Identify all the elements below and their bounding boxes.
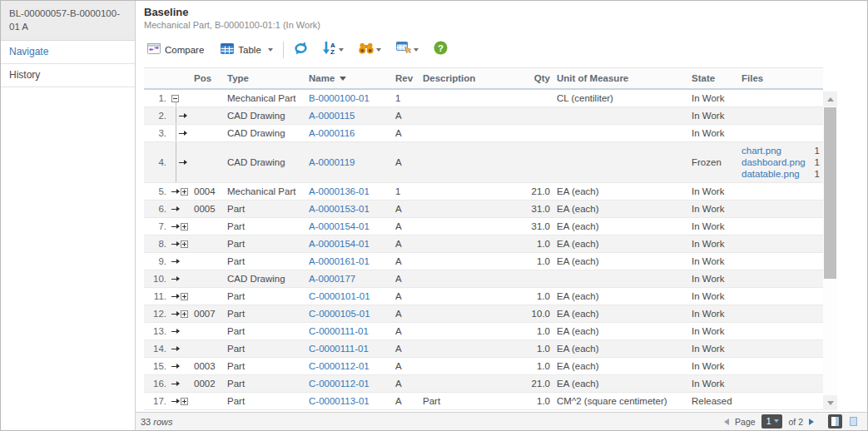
qty-cell	[528, 270, 552, 287]
table-row: 11. Part C-0000101-01 A 1.0 EA (each) In…	[144, 288, 823, 305]
pos-cell	[191, 288, 224, 305]
pos-cell: 0007	[191, 305, 224, 322]
scrollbar-thumb[interactable]	[824, 107, 836, 279]
next-page-icon[interactable]	[809, 419, 814, 425]
find-button[interactable]	[355, 40, 385, 60]
table-menu-label: Table	[238, 45, 261, 55]
full-list-view-toggle[interactable]	[846, 414, 861, 429]
compare-button[interactable]: Compare	[142, 41, 209, 58]
column-header-pos[interactable]: Pos	[191, 73, 224, 83]
name-link[interactable]: A-0000154-01	[309, 221, 370, 231]
table-display-button[interactable]	[392, 39, 423, 61]
table-menu-button[interactable]: Table	[216, 41, 278, 58]
qty-cell: 1.0	[528, 393, 552, 409]
sort-button[interactable]: A Z	[318, 38, 348, 61]
name-link[interactable]: C-0000101-01	[309, 291, 370, 301]
files-cell	[738, 218, 823, 235]
file-link[interactable]: chart.png	[742, 145, 781, 156]
type-cell: CAD Drawing	[224, 125, 305, 141]
sidebar-item-navigate[interactable]: Navigate	[1, 41, 135, 64]
refresh-button[interactable]	[289, 39, 313, 61]
description-cell	[419, 90, 528, 107]
name-cell: A-0000115	[305, 107, 392, 124]
qty-cell: 1.0	[528, 323, 552, 339]
row-number: 11.	[144, 288, 171, 305]
description-cell	[419, 375, 528, 392]
scroll-down-button[interactable]	[823, 395, 837, 410]
chevron-down-icon	[376, 48, 381, 52]
column-header-state[interactable]: State	[688, 73, 738, 83]
column-header-files[interactable]: Files	[738, 71, 823, 86]
rev-cell: A	[392, 340, 419, 357]
file-link[interactable]: datatable.png	[742, 168, 800, 180]
rev-cell: A	[392, 288, 419, 305]
column-header-qty[interactable]: Qty	[528, 73, 552, 83]
usage-link-arrow-icon	[171, 258, 180, 265]
name-link[interactable]: C-0000112-01	[309, 379, 370, 389]
scroll-up-button[interactable]	[823, 92, 837, 107]
files-cell	[738, 323, 823, 339]
expand-node-icon[interactable]	[181, 398, 188, 405]
name-link[interactable]: C-0000111-01	[309, 326, 369, 336]
table-row: 13. Part C-0000111-01 A 1.0 EA (each) In…	[144, 323, 823, 340]
column-header-uom[interactable]: Unit of Measure	[552, 73, 688, 83]
row-number: 15.	[144, 358, 171, 374]
page-title: Baseline	[144, 6, 867, 18]
pos-cell	[191, 142, 224, 182]
expand-node-icon[interactable]	[181, 293, 188, 300]
previous-page-icon[interactable]	[724, 419, 729, 425]
name-link[interactable]: A-0000136-01	[309, 186, 370, 196]
name-link[interactable]: A-0000153-01	[309, 204, 370, 214]
name-cell: C-0000112-01	[305, 375, 392, 392]
sidebar-item-history[interactable]: History	[1, 64, 135, 87]
column-header-type[interactable]: Type	[224, 73, 305, 83]
refresh-icon	[293, 42, 309, 58]
column-header-description[interactable]: Description	[419, 73, 528, 83]
qty-cell: 31.0	[528, 218, 552, 235]
pos-cell: 0005	[191, 201, 224, 217]
expand-node-icon[interactable]	[181, 188, 188, 196]
help-button[interactable]: ?	[429, 38, 452, 61]
row-number: 6.	[144, 201, 171, 217]
name-link[interactable]: A-0000177	[309, 274, 355, 284]
rev-cell: A	[392, 107, 419, 124]
table-row: 7. Part A-0000154-01 A 31.0 EA (each) In…	[144, 218, 823, 235]
row-number: 4.	[144, 142, 171, 182]
uom-cell: EA (each)	[552, 358, 688, 374]
tree-cell	[171, 253, 191, 270]
name-link[interactable]: A-0000154-01	[309, 239, 370, 249]
compare-icon	[147, 43, 161, 56]
type-cell: Part	[224, 323, 305, 339]
type-cell: Part	[224, 253, 305, 270]
column-header-rev[interactable]: Rev	[392, 73, 419, 83]
name-link[interactable]: A-0000119	[309, 157, 355, 167]
toolbar: Compare Table	[136, 32, 867, 67]
file-link[interactable]: dashboard.png	[742, 156, 806, 168]
name-link[interactable]: B-0000100-01	[309, 93, 370, 103]
expand-node-icon[interactable]	[181, 240, 188, 248]
type-cell: Part	[224, 340, 305, 357]
name-link[interactable]: C-0000105-01	[309, 309, 370, 319]
paged-view-toggle-active[interactable]	[828, 414, 842, 429]
name-cell: A-0000119	[305, 142, 392, 182]
help-icon: ?	[434, 41, 448, 58]
state-cell: Frozen	[688, 142, 738, 182]
name-link[interactable]: C-0000112-01	[309, 361, 370, 371]
baseline-table: Pos Type Name Rev Description Qty Unit o…	[144, 67, 823, 412]
name-link[interactable]: A-0000161-01	[309, 256, 370, 266]
uom-cell: EA (each)	[552, 323, 688, 339]
collapse-node-icon[interactable]	[171, 95, 179, 102]
name-link[interactable]: C-0000111-01	[309, 344, 369, 354]
column-header-name[interactable]: Name	[305, 73, 392, 83]
row-number: 3.	[144, 125, 171, 141]
expand-node-icon[interactable]	[181, 223, 188, 230]
name-link[interactable]: A-0000116	[309, 128, 355, 138]
qty-cell: 1.0	[528, 358, 552, 374]
vertical-scrollbar[interactable]	[823, 90, 837, 412]
page-select-dropdown[interactable]: 1	[761, 414, 783, 429]
expand-node-icon[interactable]	[181, 310, 188, 318]
name-link[interactable]: C-0000113-01	[309, 396, 370, 406]
tree-cell	[171, 323, 191, 339]
rev-cell: A	[392, 201, 419, 217]
name-link[interactable]: A-0000115	[309, 111, 355, 121]
